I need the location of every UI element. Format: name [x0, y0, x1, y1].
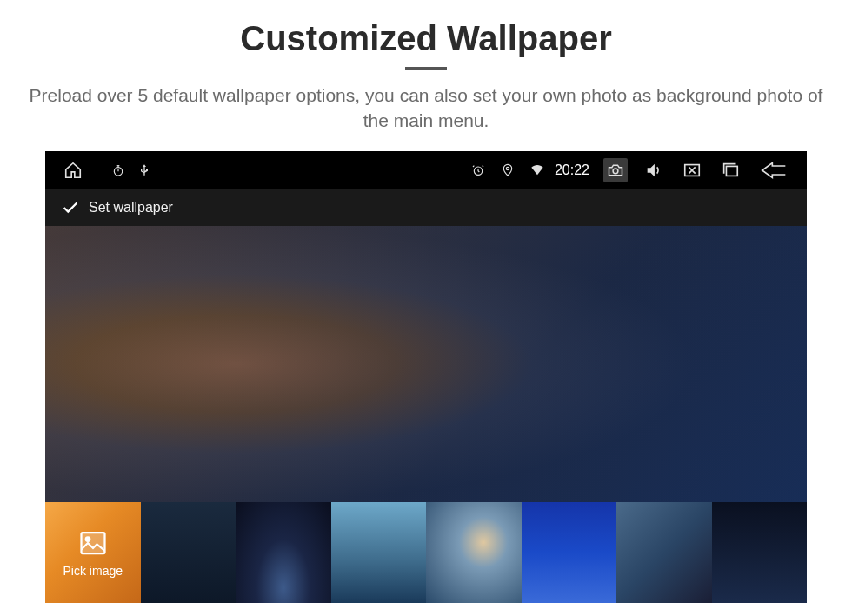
thumbnail-strip: Pick image — [45, 502, 807, 603]
status-bar: 20:22 — [45, 151, 807, 189]
wallpaper-thumbnail[interactable] — [331, 502, 427, 603]
page-title: Customized Wallpaper — [0, 19, 852, 58]
home-icon[interactable] — [61, 158, 85, 182]
camera-icon[interactable] — [603, 158, 628, 182]
page-subtitle: Preload over 5 default wallpaper options… — [0, 83, 852, 134]
wallpaper-thumbnail[interactable] — [522, 502, 617, 603]
stopwatch-icon — [106, 158, 130, 182]
set-wallpaper-label: Set wallpaper — [89, 200, 173, 215]
status-time: 20:22 — [555, 162, 589, 178]
wallpaper-thumbnail[interactable] — [712, 502, 808, 603]
action-bar[interactable]: Set wallpaper — [45, 189, 807, 226]
svg-rect-6 — [81, 533, 104, 553]
wallpaper-thumbnail[interactable] — [616, 502, 712, 603]
status-bar-left — [61, 158, 466, 182]
image-icon — [77, 527, 109, 559]
volume-icon[interactable] — [642, 158, 666, 182]
device-screen: 20:22 — [45, 151, 807, 603]
usb-icon — [132, 158, 156, 182]
close-icon[interactable] — [680, 158, 704, 182]
wallpaper-thumbnail[interactable] — [236, 502, 331, 603]
wallpaper-thumbnail[interactable] — [426, 502, 522, 603]
pick-image-label: Pick image — [63, 564, 123, 578]
svg-point-0 — [114, 167, 122, 175]
title-underline — [405, 67, 447, 70]
pick-image-button[interactable]: Pick image — [45, 502, 141, 603]
stopwatch-usb-group — [106, 158, 156, 182]
svg-rect-5 — [726, 166, 737, 176]
status-bar-right: 20:22 — [466, 158, 791, 182]
svg-point-3 — [613, 169, 618, 174]
check-icon — [61, 198, 80, 217]
svg-point-2 — [506, 167, 509, 169]
wifi-icon — [525, 158, 549, 182]
back-icon[interactable] — [756, 158, 791, 182]
location-icon — [496, 158, 520, 182]
wallpaper-preview — [45, 226, 807, 502]
alarm-icon — [466, 158, 490, 182]
svg-point-7 — [86, 537, 90, 541]
clock-group: 20:22 — [466, 158, 589, 182]
recent-apps-icon[interactable] — [718, 158, 742, 182]
wallpaper-thumbnail[interactable] — [141, 502, 236, 603]
